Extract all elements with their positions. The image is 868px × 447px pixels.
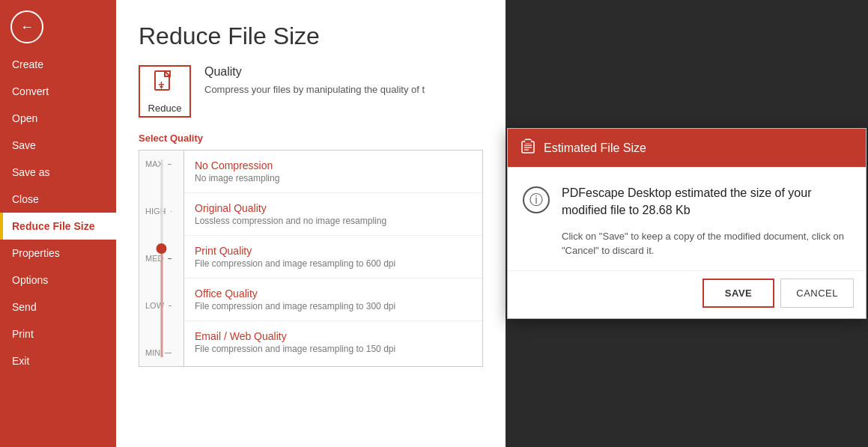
slider-label-low: LOW xyxy=(145,301,172,310)
quality-option-desc-1: Lossless compression and no image resamp… xyxy=(195,216,472,226)
quality-label: Reduce xyxy=(148,103,182,114)
modal-text-area: PDFescape Desktop estimated the size of … xyxy=(562,185,851,258)
back-button[interactable]: ← xyxy=(10,10,43,43)
quality-slider-section: MAX HIGH MED LOW MIN xyxy=(139,150,483,367)
quality-option-title-0: No Compression xyxy=(195,159,472,171)
quality-description-area: Quality Compress your files by manipulat… xyxy=(204,65,425,97)
modal-body: ⓘ PDFescape Desktop estimated the size o… xyxy=(508,167,866,270)
slider-label-med: MED xyxy=(145,254,172,263)
slider-fill xyxy=(160,249,163,357)
quality-option-desc-0: No image resampling xyxy=(195,173,472,183)
modal-overlay: Estimated File Size ⓘ PDFescape Desktop … xyxy=(506,0,868,447)
modal-footer: SAVE CANCEL xyxy=(508,270,866,318)
sidebar-item-send[interactable]: Send xyxy=(0,294,116,320)
quality-option-desc-3: File compression and image resampling to… xyxy=(195,301,472,311)
quality-option-3[interactable]: Office QualityFile compression and image… xyxy=(184,279,482,321)
sidebar-item-save[interactable]: Save xyxy=(0,132,116,159)
quality-icon-box: Reduce xyxy=(139,65,191,118)
quality-options-list: No CompressionNo image resamplingOrigina… xyxy=(183,150,483,367)
slider-label-high: HIGH xyxy=(145,207,172,216)
sidebar-item-options[interactable]: Options xyxy=(0,267,116,294)
quality-option-desc-4: File compression and image resampling to… xyxy=(195,344,472,354)
quality-option-0[interactable]: No CompressionNo image resampling xyxy=(184,150,482,193)
info-icon: ⓘ xyxy=(523,186,550,213)
sidebar-item-open[interactable]: Open xyxy=(0,105,116,132)
quality-option-2[interactable]: Print QualityFile compression and image … xyxy=(184,236,482,279)
reduce-icon xyxy=(154,70,176,100)
modal-sub-text: Click on "Save" to keep a copy of the mo… xyxy=(562,229,851,258)
quality-option-desc-2: File compression and image resampling to… xyxy=(195,258,472,269)
modal-header-title: Estimated File Size xyxy=(544,142,646,155)
quality-section: Reduce Quality Compress your files by ma… xyxy=(139,65,483,118)
sidebar-item-convert[interactable]: Convert xyxy=(0,78,116,105)
quality-option-1[interactable]: Original QualityLossless compression and… xyxy=(184,193,482,236)
quality-option-title-3: Office Quality xyxy=(195,288,472,299)
save-button[interactable]: SAVE xyxy=(702,279,774,308)
slider-label-min: MIN xyxy=(145,348,172,357)
slider-thumb xyxy=(157,243,167,254)
page-title: Reduce File Size xyxy=(139,22,483,50)
svg-rect-8 xyxy=(525,140,531,143)
quality-option-title-2: Print Quality xyxy=(195,245,472,257)
sidebar-item-close[interactable]: Close xyxy=(0,186,116,213)
modal-header: Estimated File Size xyxy=(508,129,866,167)
slider-label-max: MAX xyxy=(145,159,172,168)
modal-main-text: PDFescape Desktop estimated the size of … xyxy=(562,185,851,219)
sidebar-item-reduce-file-size[interactable]: Reduce File Size xyxy=(0,213,116,240)
select-quality-label: Select Quality xyxy=(139,133,483,144)
dark-area: Estimated File Size ⓘ PDFescape Desktop … xyxy=(506,0,868,447)
quality-slider[interactable]: MAX HIGH MED LOW MIN xyxy=(139,150,183,367)
sidebar-item-save-as[interactable]: Save as xyxy=(0,159,116,186)
sidebar-item-create[interactable]: Create xyxy=(0,51,116,78)
sidebar-item-properties[interactable]: Properties xyxy=(0,240,116,267)
sidebar-item-exit[interactable]: Exit xyxy=(0,347,116,374)
sidebar-item-print[interactable]: Print xyxy=(0,320,116,347)
modal-header-icon xyxy=(520,138,536,158)
quality-option-4[interactable]: Email / Web QualityFile compression and … xyxy=(184,321,482,363)
quality-option-title-1: Original Quality xyxy=(195,202,472,214)
main-content: Reduce File Size Reduce Quality Compress… xyxy=(116,0,506,447)
slider-labels: MAX HIGH MED LOW MIN xyxy=(139,150,177,366)
quality-title: Quality xyxy=(204,65,425,79)
slider-track xyxy=(160,159,163,357)
quality-option-title-4: Email / Web Quality xyxy=(195,330,472,342)
cancel-button[interactable]: CANCEL xyxy=(780,279,854,308)
quality-desc-text: Compress your files by manipulating the … xyxy=(204,83,425,97)
sidebar: ← CreateConvertOpenSaveSave asCloseReduc… xyxy=(0,0,116,447)
estimated-file-size-modal: Estimated File Size ⓘ PDFescape Desktop … xyxy=(507,128,867,319)
